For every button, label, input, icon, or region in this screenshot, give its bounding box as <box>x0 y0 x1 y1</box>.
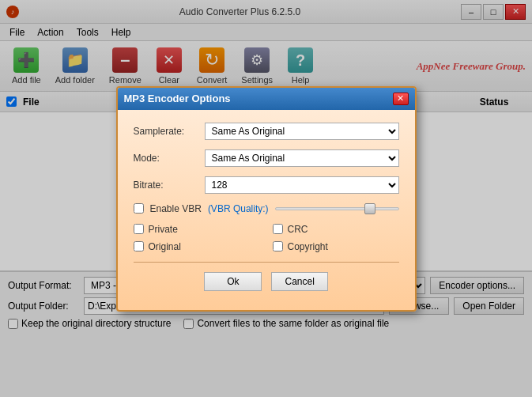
vbr-checkbox[interactable] <box>134 203 144 214</box>
modal-cancel-button[interactable]: Cancel <box>271 272 327 291</box>
modal-body: Samplerate: Same As Original800011025160… <box>118 110 415 310</box>
mode-label: Mode: <box>134 153 205 164</box>
private-checkbox[interactable] <box>134 224 144 234</box>
samplerate-label: Samplerate: <box>134 126 205 137</box>
private-checkbox-label[interactable]: Private <box>134 224 260 235</box>
modal-ok-button[interactable]: Ok <box>204 272 262 291</box>
copyright-checkbox-label[interactable]: Copyright <box>273 241 399 252</box>
modal-title: MP3 Encoder Options <box>124 93 231 104</box>
modal-close-button[interactable]: ✕ <box>393 93 409 105</box>
modal-footer: Ok Cancel <box>134 272 399 297</box>
samplerate-select[interactable]: Same As Original800011025160002205032000… <box>205 123 399 140</box>
mode-select[interactable]: Same As OriginalStereoJoint StereoMono <box>205 149 399 167</box>
modal-divider <box>134 262 399 263</box>
crc-checkbox-label[interactable]: CRC <box>273 224 399 235</box>
samplerate-row: Samplerate: Same As Original800011025160… <box>134 123 399 140</box>
original-checkbox[interactable] <box>134 241 144 251</box>
vbr-quality-slider[interactable] <box>275 207 399 210</box>
vbr-label: Enable VBR <box>150 203 202 214</box>
vbr-quality-label: (VBR Quality:) <box>208 203 269 214</box>
mp3-encoder-options-dialog: MP3 Encoder Options ✕ Samplerate: Same A… <box>116 86 417 312</box>
vbr-slider-container <box>275 207 399 210</box>
original-checkbox-label[interactable]: Original <box>134 241 260 252</box>
bitrate-label: Bitrate: <box>134 180 205 191</box>
copyright-checkbox[interactable] <box>273 241 283 251</box>
encoder-checkboxes: Private CRC Original Copyright <box>134 224 399 252</box>
modal-title-bar: MP3 Encoder Options ✕ <box>118 88 415 110</box>
modal-overlay: MP3 Encoder Options ✕ Samplerate: Same A… <box>0 0 532 397</box>
crc-checkbox[interactable] <box>273 224 283 234</box>
mode-row: Mode: Same As OriginalStereoJoint Stereo… <box>134 149 399 167</box>
bitrate-select[interactable]: 32404856648096112128160192224256320 <box>205 176 399 194</box>
bitrate-row: Bitrate: 3240485664809611212816019222425… <box>134 176 399 194</box>
vbr-row: Enable VBR (VBR Quality:) <box>134 203 399 214</box>
